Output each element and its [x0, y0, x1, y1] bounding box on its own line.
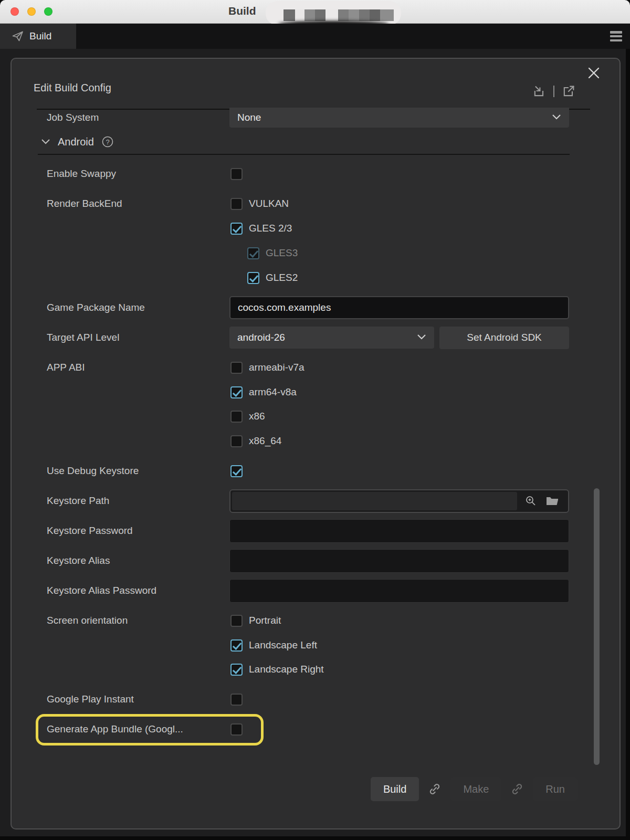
row-use-debug-keystore: Use Debug Keystore — [12, 459, 622, 483]
armeabi-v7a-checkbox[interactable] — [230, 362, 243, 374]
make-button[interactable]: Make — [450, 777, 501, 801]
keystore-path-group — [229, 489, 569, 513]
target-api-level-select[interactable]: android-26 — [229, 327, 434, 349]
link-icon — [427, 782, 442, 796]
export-config-icon[interactable] — [561, 84, 576, 99]
row-keystore-alias: Keystore Alias — [12, 549, 622, 573]
row-job-system: Job System None — [12, 106, 622, 130]
folder-icon[interactable] — [545, 495, 559, 507]
redacted-title-area — [266, 1, 401, 25]
row-gles3: GLES3 — [12, 241, 622, 265]
keystore-path-input[interactable] — [232, 492, 517, 510]
landscape-right-label: Landscape Right — [249, 664, 324, 675]
app-window: Build Build — [0, 0, 630, 840]
x86-64-label: x86_64 — [249, 435, 281, 447]
magnifier-icon[interactable] — [524, 495, 537, 507]
gles2-label: GLES2 — [266, 272, 298, 284]
icon-divider — [553, 86, 554, 97]
zoom-window-button[interactable] — [44, 7, 52, 16]
landscape-left-checkbox[interactable] — [230, 639, 243, 652]
generate-app-bundle-label: Generate App Bundle (Googl... — [12, 723, 229, 735]
row-google-play-instant: Google Play Instant — [12, 687, 622, 711]
arm64-v8a-checkbox[interactable] — [230, 386, 243, 398]
build-button[interactable]: Build — [371, 777, 419, 801]
row-generate-app-bundle: Generate App Bundle (Googl... — [12, 717, 622, 741]
row-render-backend: Render BackEnd VULKAN — [12, 192, 622, 216]
set-android-sdk-button[interactable]: Set Android SDK — [439, 327, 569, 349]
row-keystore-path: Keystore Path — [12, 489, 622, 513]
app-abi-label: APP ABI — [12, 362, 229, 373]
landscape-right-checkbox[interactable] — [230, 664, 243, 676]
job-system-select[interactable]: None — [229, 108, 569, 128]
vulkan-checkbox[interactable] — [230, 198, 243, 210]
portrait-label: Portrait — [249, 615, 281, 626]
job-system-label: Job System — [12, 112, 229, 123]
portrait-checkbox[interactable] — [230, 615, 243, 627]
titlebar: Build — [0, 0, 630, 24]
target-api-level-value: android-26 — [237, 332, 285, 343]
row-app-abi: APP ABI armeabi-v7a — [12, 355, 622, 380]
row-keystore-password: Keystore Password — [12, 519, 622, 543]
keystore-alias-password-input[interactable] — [229, 579, 569, 603]
minimize-window-button[interactable] — [27, 7, 36, 16]
menu-icon[interactable] — [610, 31, 622, 41]
google-play-instant-label: Google Play Instant — [12, 694, 229, 705]
collapse-chevron-icon — [41, 139, 50, 145]
row-enable-swappy: Enable Swappy — [12, 162, 622, 186]
row-x86-64: x86_64 — [12, 429, 622, 453]
x86-64-checkbox[interactable] — [230, 435, 243, 447]
keystore-password-label: Keystore Password — [12, 525, 229, 537]
window-title: Build — [228, 5, 256, 17]
tab-bar: Build — [0, 24, 630, 49]
dialog-title: Edit Build Config — [34, 82, 111, 94]
gles2-checkbox[interactable] — [247, 272, 259, 284]
close-window-button[interactable] — [10, 7, 19, 16]
vulkan-label: VULKAN — [249, 198, 289, 209]
close-icon[interactable] — [586, 65, 602, 81]
keystore-path-label: Keystore Path — [12, 495, 229, 507]
row-game-package-name: Game Package Name — [12, 296, 622, 320]
google-play-instant-checkbox[interactable] — [230, 694, 243, 706]
link-icon — [510, 782, 524, 796]
vertical-scrollbar[interactable] — [594, 488, 600, 765]
section-android-label: Android — [58, 136, 94, 148]
section-divider — [38, 154, 570, 155]
section-android[interactable]: Android ? — [41, 130, 114, 154]
row-gles23: GLES 2/3 — [12, 216, 622, 240]
help-icon[interactable]: ? — [101, 135, 114, 148]
use-debug-keystore-checkbox[interactable] — [230, 465, 243, 477]
generate-app-bundle-checkbox[interactable] — [230, 723, 243, 736]
edit-build-config-dialog: Edit Build Config Job System None — [10, 58, 621, 830]
chevron-down-icon — [416, 332, 427, 343]
arm64-v8a-label: arm64-v8a — [249, 386, 297, 398]
x86-label: x86 — [249, 411, 265, 422]
render-backend-label: Render BackEnd — [12, 198, 229, 209]
armeabi-v7a-label: armeabi-v7a — [249, 362, 304, 373]
keystore-password-input[interactable] — [229, 519, 569, 543]
gles23-label: GLES 2/3 — [249, 223, 292, 234]
row-landscape-right: Landscape Right — [12, 657, 622, 681]
run-button[interactable]: Run — [533, 777, 578, 801]
keystore-alias-password-label: Keystore Alias Password — [12, 585, 229, 596]
tab-build[interactable]: Build — [0, 24, 76, 49]
gles23-checkbox[interactable] — [230, 223, 243, 235]
game-package-name-label: Game Package Name — [12, 302, 229, 313]
chevron-down-icon — [551, 112, 562, 123]
row-keystore-alias-password: Keystore Alias Password — [12, 579, 622, 603]
svg-text:?: ? — [106, 138, 109, 146]
target-api-level-label: Target API Level — [12, 332, 229, 343]
keystore-alias-input[interactable] — [229, 549, 569, 573]
landscape-left-label: Landscape Left — [249, 639, 317, 651]
keystore-alias-label: Keystore Alias — [12, 555, 229, 566]
row-target-api-level: Target API Level android-26 Set Android … — [12, 326, 622, 350]
page-background: Edit Build Config Job System None — [0, 49, 626, 836]
screen-orientation-label: Screen orientation — [12, 615, 229, 626]
use-debug-keystore-label: Use Debug Keystore — [12, 465, 229, 477]
x86-checkbox[interactable] — [230, 411, 243, 423]
footer-actions: Build Make Run — [371, 777, 578, 801]
import-config-icon[interactable] — [532, 84, 547, 99]
row-screen-orientation: Screen orientation Portrait — [12, 608, 622, 633]
row-gles2: GLES2 — [12, 266, 622, 290]
enable-swappy-checkbox[interactable] — [230, 168, 243, 180]
game-package-name-input[interactable] — [229, 296, 569, 319]
